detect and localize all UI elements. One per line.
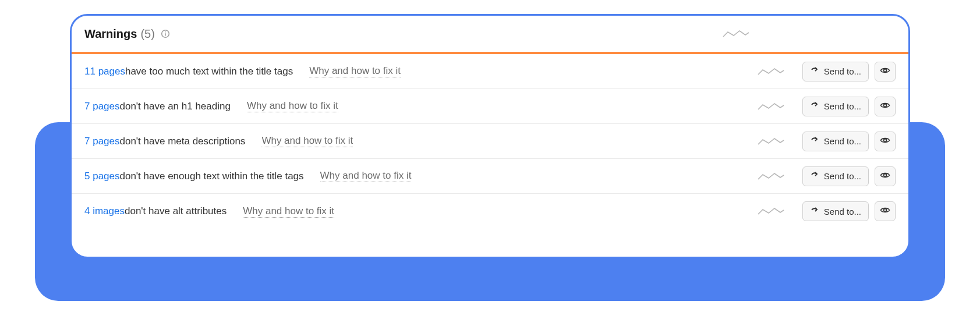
send-to-button[interactable]: Send to... <box>802 132 869 151</box>
send-to-button[interactable]: Send to... <box>802 166 869 186</box>
view-button[interactable] <box>875 97 896 116</box>
view-button[interactable] <box>875 62 896 81</box>
trend-sparkline-icon <box>757 171 785 182</box>
svg-point-7 <box>884 209 887 212</box>
arrow-right-icon <box>810 66 824 77</box>
view-button[interactable] <box>875 166 896 186</box>
warning-row: 11 pages have too much text within the t… <box>72 54 908 89</box>
warning-message: have too much text within the title tags <box>125 66 293 77</box>
warning-row: 7 pages don't have an h1 heading Why and… <box>72 89 908 124</box>
page-count-link[interactable]: 7 pages <box>84 101 120 112</box>
trend-sparkline-icon <box>757 205 785 217</box>
warning-row: 7 pages don't have meta descriptions Why… <box>72 124 908 159</box>
warning-row: 5 pages don't have enough text within th… <box>72 159 908 194</box>
trend-sparkline-icon <box>757 136 785 147</box>
view-button[interactable] <box>875 132 896 151</box>
warning-row: 4 images don't have alt attributes Why a… <box>72 194 908 229</box>
view-button[interactable] <box>875 201 896 221</box>
arrow-right-icon <box>810 171 824 182</box>
warnings-panel: Warnings (5) 11 pages have too much text… <box>70 14 910 258</box>
why-how-link[interactable]: Why and how to fix it <box>320 170 412 182</box>
row-actions: Send to... <box>802 97 896 116</box>
eye-icon <box>880 170 890 183</box>
trend-sparkline-icon <box>757 101 785 112</box>
panel-count: (5) <box>140 27 154 41</box>
send-to-label: Send to... <box>824 171 861 181</box>
svg-point-6 <box>884 173 887 176</box>
trend-sparkline-icon <box>722 28 750 40</box>
warning-message: don't have enough text within the title … <box>120 171 304 182</box>
why-how-link[interactable]: Why and how to fix it <box>247 100 338 112</box>
why-how-link[interactable]: Why and how to fix it <box>243 205 334 218</box>
page-count-link[interactable]: 11 pages <box>84 66 125 77</box>
eye-icon <box>880 100 890 113</box>
row-actions: Send to... <box>802 62 896 81</box>
why-how-link[interactable]: Why and how to fix it <box>261 135 353 147</box>
panel-title: Warnings <box>84 27 137 41</box>
panel-header: Warnings (5) <box>72 16 908 52</box>
arrow-right-icon <box>810 101 824 112</box>
info-icon[interactable] <box>161 29 170 38</box>
warning-message: don't have alt attributes <box>125 205 227 217</box>
send-to-label: Send to... <box>824 101 861 111</box>
why-how-link[interactable]: Why and how to fix it <box>309 65 401 77</box>
eye-icon <box>880 65 890 78</box>
svg-point-5 <box>884 139 887 141</box>
row-actions: Send to... <box>802 201 896 221</box>
send-to-label: Send to... <box>824 66 861 76</box>
row-actions: Send to... <box>802 166 896 186</box>
arrow-right-icon <box>810 136 824 147</box>
trend-sparkline-icon <box>757 66 785 77</box>
page-count-link[interactable]: 5 pages <box>84 171 120 182</box>
arrow-right-icon <box>810 206 824 217</box>
svg-point-4 <box>884 104 887 107</box>
row-actions: Send to... <box>802 132 896 151</box>
send-to-label: Send to... <box>824 136 861 146</box>
send-to-label: Send to... <box>824 207 861 217</box>
warnings-rows: 11 pages have too much text within the t… <box>72 54 908 229</box>
svg-point-2 <box>165 31 166 33</box>
page-count-link[interactable]: 4 images <box>84 205 125 217</box>
svg-point-3 <box>884 69 887 72</box>
eye-icon <box>880 135 890 148</box>
page-count-link[interactable]: 7 pages <box>84 136 120 147</box>
send-to-button[interactable]: Send to... <box>802 62 869 81</box>
send-to-button[interactable]: Send to... <box>802 201 869 221</box>
warning-message: don't have an h1 heading <box>120 101 231 112</box>
warning-message: don't have meta descriptions <box>120 136 246 147</box>
eye-icon <box>880 205 890 218</box>
send-to-button[interactable]: Send to... <box>802 97 869 116</box>
